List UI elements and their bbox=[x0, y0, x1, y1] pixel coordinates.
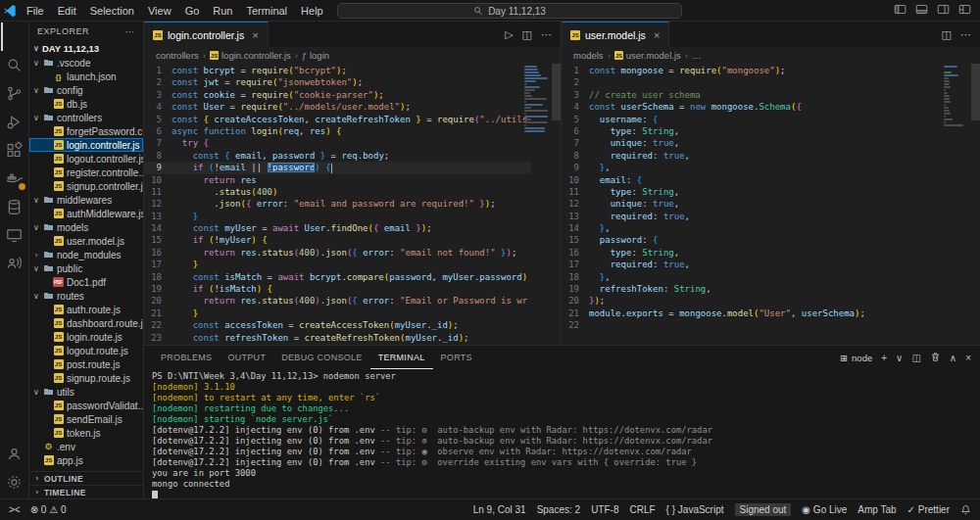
breadcrumb-right[interactable]: models›JSuser.model.js›… bbox=[562, 47, 980, 64]
tree-file-launch.json[interactable]: {}launch.json bbox=[29, 70, 143, 83]
toggle-primary-sidebar-icon[interactable] bbox=[894, 2, 906, 20]
more-actions-icon[interactable]: ⋯ bbox=[541, 28, 552, 41]
docker-icon[interactable] bbox=[1, 165, 28, 193]
code-line[interactable]: 5 username: { bbox=[562, 114, 951, 125]
code-line[interactable]: 21 } bbox=[144, 307, 531, 319]
tree-folder-node_modules[interactable]: ›node_modules bbox=[29, 248, 143, 261]
tree-file-dashboard.route.js[interactable]: JSdashboard.route.js bbox=[29, 316, 143, 330]
run-debug-icon[interactable] bbox=[1, 108, 28, 136]
breadcrumb-item[interactable]: controllers bbox=[156, 50, 199, 61]
minimap[interactable] bbox=[944, 66, 969, 129]
code-line[interactable]: 8 required: true, bbox=[562, 150, 951, 162]
remote-explorer-icon[interactable] bbox=[1, 221, 28, 250]
breadcrumb-item[interactable]: ƒlogin bbox=[302, 50, 329, 61]
close-tab-icon[interactable]: × bbox=[654, 29, 660, 41]
code-line[interactable]: 2const jwt = require("jsonwebtoken"); bbox=[144, 76, 531, 88]
code-line[interactable]: 17 } bbox=[144, 259, 531, 270]
code-line[interactable]: 1const mongoose = require("mongoose"); bbox=[562, 65, 951, 76]
code-line[interactable]: 6 type: String, bbox=[562, 125, 951, 137]
tree-file-login.route.js[interactable]: JSlogin.route.js bbox=[29, 330, 143, 344]
status-encoding[interactable]: UTF-8 bbox=[591, 504, 618, 515]
menu-help[interactable]: Help bbox=[294, 5, 330, 17]
breadcrumb-left[interactable]: controllers›JSlogin.controller.js›ƒlogin bbox=[144, 47, 561, 64]
code-line[interactable]: 19 refreshToken: String, bbox=[562, 283, 951, 295]
tree-file-signup.route.js[interactable]: JSsignup.route.js bbox=[29, 371, 143, 385]
close-panel-icon[interactable]: × bbox=[965, 353, 971, 363]
tree-file-sendEmail.js[interactable]: JSsendEmail.js bbox=[29, 412, 143, 426]
code-line[interactable]: 16 return res.status(400).json({ error: … bbox=[144, 247, 531, 259]
toggle-secondary-sidebar-icon[interactable] bbox=[937, 2, 950, 20]
command-center-search[interactable]: Day 11,12,13 bbox=[337, 3, 682, 19]
code-line[interactable]: 14 const myUser = await User.findOne({ e… bbox=[144, 222, 531, 234]
scrollbar[interactable] bbox=[971, 64, 980, 120]
code-line[interactable]: 14 }, bbox=[562, 222, 951, 234]
accounts-icon[interactable] bbox=[1, 440, 28, 468]
close-tab-icon[interactable]: × bbox=[252, 29, 258, 41]
code-line[interactable]: 6async function login(req, res) { bbox=[144, 125, 531, 137]
settings-icon[interactable] bbox=[1, 468, 28, 496]
status-amp-tab[interactable]: Amp Tab bbox=[858, 504, 896, 515]
status-language-mode[interactable]: { } JavaScript bbox=[666, 504, 724, 515]
split-editor-icon[interactable]: ◫ bbox=[522, 28, 532, 41]
tree-folder-utils[interactable]: ∨utils bbox=[29, 385, 143, 399]
toggle-panel-icon[interactable] bbox=[915, 2, 928, 20]
code-line[interactable]: 15 password: { bbox=[562, 234, 951, 246]
tree-file-post.route.js[interactable]: JSpost.route.js bbox=[29, 357, 143, 371]
tree-file-token.js[interactable]: JStoken.js bbox=[29, 426, 143, 440]
tree-file-logout.route.js[interactable]: JSlogout.route.js bbox=[29, 344, 143, 357]
tree-file-register.controlle...[interactable]: JSregister.controlle... bbox=[29, 165, 143, 179]
status-notifications[interactable] bbox=[960, 504, 971, 515]
panel-tab-ports[interactable]: PORTS bbox=[433, 346, 480, 369]
tree-folder-config[interactable]: ∨config bbox=[29, 83, 143, 97]
breadcrumb-item[interactable]: JSuser.model.js bbox=[614, 50, 681, 61]
minimap[interactable] bbox=[524, 66, 550, 132]
tab-login-controller-js[interactable]: JS login.controller.js × bbox=[144, 22, 269, 47]
code-line[interactable]: 8 const { email, password } = req.body; bbox=[144, 150, 531, 162]
code-line[interactable]: 11 .status(400) bbox=[144, 186, 531, 198]
search-icon[interactable] bbox=[1, 51, 28, 79]
tree-folder-models[interactable]: ∨models bbox=[29, 220, 143, 234]
code-line[interactable]: 12 unique: true, bbox=[562, 198, 951, 210]
extensions-icon[interactable] bbox=[1, 136, 28, 165]
customize-layout-icon[interactable] bbox=[958, 2, 971, 20]
menu-terminal[interactable]: Terminal bbox=[240, 5, 295, 17]
tree-file-signup.controller.js[interactable]: JSsignup.controller.js bbox=[29, 179, 143, 193]
code-line[interactable]: 5const { createAccessToken, createRefres… bbox=[144, 114, 531, 125]
terminal-output[interactable]: PS D:\NTI\Week 3,4\Day 11,12,13> nodemon… bbox=[144, 369, 980, 500]
code-line[interactable]: 18 }, bbox=[562, 271, 951, 283]
code-area-right[interactable]: 1const mongoose = require("mongoose");23… bbox=[562, 64, 980, 345]
code-line[interactable]: 3// create user schema bbox=[562, 89, 951, 101]
tree-file-app.js[interactable]: JSapp.js bbox=[29, 453, 143, 467]
code-line[interactable]: 10 return res bbox=[144, 174, 531, 186]
source-control-icon[interactable] bbox=[1, 79, 28, 108]
code-line[interactable]: 13 } bbox=[144, 211, 531, 222]
tree-file-forgetPassword.c...[interactable]: JSforgetPassword.c... bbox=[29, 124, 143, 138]
split-editor-icon[interactable]: ◫ bbox=[942, 28, 952, 41]
code-line[interactable]: 22 const accessToken = createAccessToken… bbox=[144, 319, 531, 331]
tree-file-Doc1.pdf[interactable]: PDFDoc1.pdf bbox=[29, 275, 143, 289]
status-remote[interactable]: >< bbox=[9, 504, 21, 515]
project-section-header[interactable]: ∨ DAY 11,12,13 bbox=[29, 41, 143, 56]
code-line[interactable]: 19 if (!isMatch) { bbox=[144, 283, 531, 295]
status-copilot-status[interactable]: Signed out bbox=[735, 503, 792, 516]
code-line[interactable]: 7 unique: true, bbox=[562, 137, 951, 149]
terminal-picker-chevron-icon[interactable]: ∨ bbox=[896, 353, 903, 363]
code-line[interactable]: 18 const isMatch = await bcrypt.compare(… bbox=[144, 271, 531, 283]
tree-folder-controllers[interactable]: ∨controllers bbox=[29, 111, 143, 124]
menu-selection[interactable]: Selection bbox=[83, 5, 141, 17]
terminal-session-item[interactable]: ⊞ node bbox=[840, 353, 872, 363]
status-prettier[interactable]: ✓ Prettier bbox=[907, 504, 950, 515]
status-go-live[interactable]: ◉ Go Live bbox=[802, 504, 847, 515]
explorer-more-icon[interactable]: ⋯ bbox=[125, 26, 136, 37]
menu-view[interactable]: View bbox=[141, 5, 178, 17]
code-line[interactable]: 1const bcrypt = require("bcrypt"); bbox=[144, 65, 531, 76]
code-line[interactable]: 20 return res.status(400).json({ error: … bbox=[144, 295, 531, 307]
more-actions-icon[interactable]: ⋯ bbox=[960, 28, 971, 41]
tree-folder-routes[interactable]: ∨routes bbox=[29, 289, 143, 303]
breadcrumb-item[interactable]: models bbox=[573, 50, 604, 61]
live-share-icon[interactable] bbox=[1, 250, 28, 278]
tree-file-login.controller.js[interactable]: JSlogin.controller.js bbox=[29, 138, 143, 152]
code-line[interactable]: 4const User = require("../models/user.mo… bbox=[144, 101, 531, 113]
tree-folder-public[interactable]: ∨public bbox=[29, 261, 143, 275]
code-line[interactable]: 23 const refreshToken = createRefreshTok… bbox=[144, 332, 531, 344]
